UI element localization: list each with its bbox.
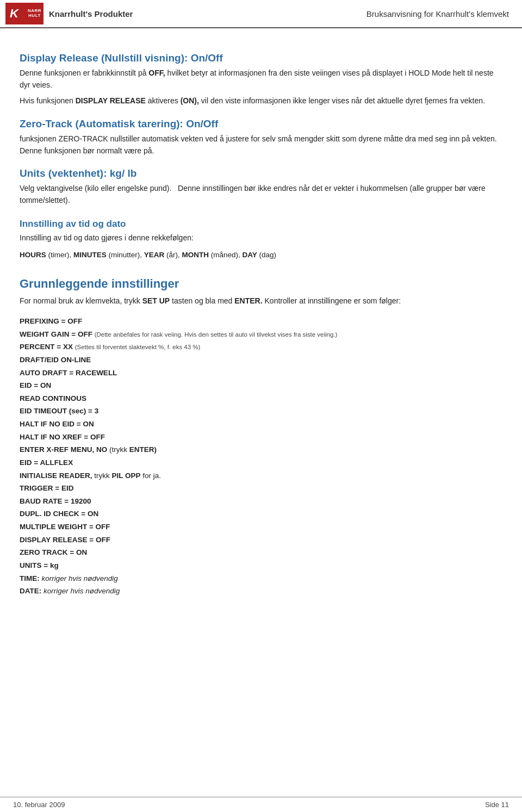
setting-time: TIME: korriger hvis nødvendig (20, 572, 502, 585)
logo: K NARRHULT (5, 3, 44, 24)
units-heading: Units (vektenhet): kg/ lb (20, 168, 502, 179)
time-date-para1: Innstilling av tid og dato gjøres i denn… (20, 232, 502, 244)
setting-weight-gain: WEIGHT GAIN = OFF (Dette anbefales for r… (20, 328, 502, 341)
page-footer: 10. februar 2009 Side 11 (0, 797, 522, 812)
month-bold: MONTH (182, 251, 209, 259)
grunnleggende-section: Grunnleggende innstillinger For normal b… (20, 277, 502, 597)
setting-multiple-weight: MULTIPLE WEIGHT = OFF (20, 520, 502, 534)
setup-bold: SET UP (142, 296, 170, 305)
header-company: Knarrhult's Produkter (49, 9, 133, 18)
units-para1: Velg vektangivelse (kilo eller engelske … (20, 183, 502, 206)
grunnleggende-para1: For normal bruk av klemvekta, trykk SET … (20, 295, 502, 307)
main-content: Display Release (Nullstill visning): On/… (0, 28, 522, 630)
header-title: Bruksanvisning for Knarrhult's klemvekt (366, 9, 509, 18)
hours-line: HOURS (timer), MINUTES (minutter), YEAR … (20, 250, 502, 261)
setting-enter-xref: ENTER X-REF MENU, NO (trykk ENTER) (20, 443, 502, 456)
day-bold: DAY (243, 251, 257, 259)
setting-halt-no-eid: HALT IF NO EID = ON (20, 418, 502, 431)
minutes-bold: MINUTES (73, 251, 107, 259)
zero-track-para: funksjonen ZERO-TRACK nullstiller automa… (20, 133, 502, 157)
year-bold: YEAR (144, 251, 165, 259)
footer-date: 10. februar 2009 (13, 801, 65, 809)
setting-eid-allflex: EID = ALLFLEX (20, 456, 502, 469)
hours-bold: HOURS (20, 251, 46, 259)
display-release-para1: Denne funksjonen er fabrikkinnstilt på O… (20, 67, 502, 91)
display-release-section: Display Release (Nullstill visning): On/… (20, 52, 502, 107)
setting-zero-track: ZERO TRACK = ON (20, 546, 502, 559)
off-bold: OFF, (148, 69, 165, 77)
setting-halt-no-xref: HALT IF NO XREF = OFF (20, 431, 502, 444)
setting-trigger: TRIGGER = EID (20, 482, 502, 495)
page-header: K NARRHULT Knarrhult's Produkter Bruksan… (0, 0, 522, 28)
footer-page: Side 11 (485, 801, 509, 809)
setting-dupl-id: DUPL. ID CHECK = ON (20, 507, 502, 520)
display-release-bold: DISPLAY RELEASE (76, 96, 146, 105)
zero-track-heading: Zero-Track (Automatisk tarering): On/Off (20, 118, 502, 130)
setting-display-release: DISPLAY RELEASE = OFF (20, 534, 502, 547)
time-date-heading: Innstilling av tid og dato (20, 219, 502, 230)
display-release-heading: Display Release (Nullstill visning): On/… (20, 52, 502, 64)
grunnleggende-heading: Grunnleggende innstillinger (20, 277, 502, 291)
header-left: K NARRHULT Knarrhult's Produkter (5, 3, 133, 24)
on-bold: (ON), (181, 96, 199, 105)
setting-date: DATE: korriger hvis nødvendig (20, 585, 502, 598)
setting-eid-timeout: EID TIMEOUT (sec) = 3 (20, 405, 502, 418)
zero-track-section: Zero-Track (Automatisk tarering): On/Off… (20, 118, 502, 157)
setting-read-continous: READ CONTINOUS (20, 392, 502, 405)
enter-bold: ENTER. (234, 296, 262, 305)
setting-prefixing: PREFIXING = OFF (20, 315, 502, 328)
setting-initialise-reader: INITIALISE READER, trykk PIL OPP for ja. (20, 469, 502, 482)
logo-text: NARRHULT (28, 9, 41, 18)
logo-k-letter: K (10, 7, 18, 21)
setting-eid-on: EID = ON (20, 379, 502, 392)
settings-list: PREFIXING = OFF WEIGHT GAIN = OFF (Dette… (20, 315, 502, 598)
setting-units: UNITS = kg (20, 559, 502, 572)
setting-baud-rate: BAUD RATE = 19200 (20, 495, 502, 508)
display-release-para2: Hvis funksjonen DISPLAY RELEASE aktivere… (20, 95, 502, 107)
time-date-section: Innstilling av tid og dato Innstilling a… (20, 219, 502, 261)
setting-percent: PERCENT = XX (Settes til forventet slakt… (20, 340, 502, 354)
setting-auto-draft: AUTO DRAFT = RACEWELL (20, 367, 502, 380)
units-section: Units (vektenhet): kg/ lb Velg vektangiv… (20, 168, 502, 206)
setting-draft-eid: DRAFT/EID ON-LINE (20, 354, 502, 367)
